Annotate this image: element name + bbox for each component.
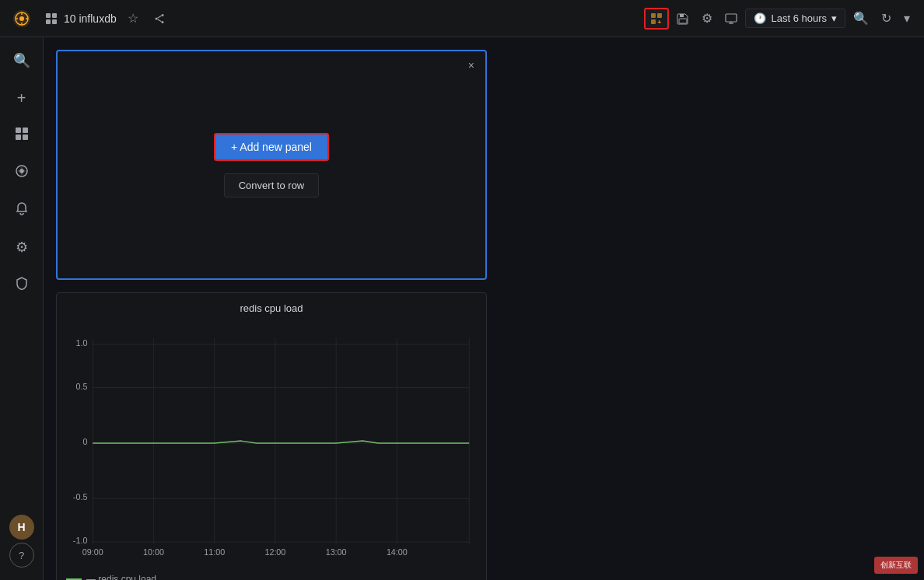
svg-rect-18 [651,19,656,24]
legend-label: — redis cpu load [86,574,156,580]
grafana-logo[interactable] [9,6,34,31]
gear-icon: ⚙ [16,239,28,256]
svg-rect-22 [726,14,737,22]
svg-rect-7 [46,13,51,18]
sidebar-item-create[interactable]: + [5,81,39,115]
sidebar-item-dashboards[interactable] [5,118,39,152]
svg-point-2 [19,16,24,21]
svg-rect-28 [23,135,28,140]
sidebar-item-search[interactable]: 🔍 [5,44,39,78]
shield-icon [15,276,29,294]
svg-point-12 [155,17,157,19]
dashboard-name: 10 influxdb [64,12,117,25]
close-panel-button[interactable]: × [464,58,479,73]
dashboard-grid-icon [45,12,58,25]
explore-icon [15,164,29,182]
dashboard-area: × + Add new panel Convert to row redis c… [44,37,924,580]
dashboard-title-area: 10 influxdb ☆ [45,8,638,29]
chart-container: 1.0 0.5 0 -0.5 -1.0 [66,320,477,569]
convert-to-row-button[interactable]: Convert to row [224,173,320,197]
svg-text:11:00: 11:00 [204,547,225,557]
settings-button[interactable]: ⚙ [697,8,717,29]
sidebar-bottom: H ? [9,515,34,574]
svg-text:10:00: 10:00 [143,547,164,557]
sidebar-item-alerting[interactable] [5,193,39,227]
dashboards-icon [15,127,29,145]
chart-legend: — redis cpu load [66,569,477,580]
sidebar-item-shield[interactable] [5,267,39,302]
svg-point-11 [161,14,163,16]
svg-text:0: 0 [82,437,87,446]
svg-rect-10 [52,19,57,24]
svg-text:12:00: 12:00 [264,547,285,557]
tv-mode-button[interactable] [720,9,742,28]
svg-text:0.5: 0.5 [75,382,87,391]
svg-rect-20 [680,14,684,17]
svg-line-14 [157,16,161,18]
main-layout: 🔍 + [0,37,924,580]
sidebar-item-explore[interactable] [5,155,39,190]
svg-rect-16 [651,13,656,18]
sidebar: 🔍 + [0,37,44,580]
bell-icon [15,201,29,219]
topbar: 10 influxdb ☆ + [0,0,924,37]
help-icon: ? [19,550,24,561]
svg-line-15 [157,19,161,21]
svg-text:+: + [658,19,662,25]
svg-rect-26 [23,128,28,133]
avatar[interactable]: H [9,515,34,540]
svg-rect-8 [52,13,57,18]
add-new-panel-button[interactable]: + Add new panel [214,133,329,161]
more-options-button[interactable]: ▾ [899,8,915,29]
svg-rect-17 [657,13,662,18]
zoom-out-button[interactable]: 🔍 [849,8,873,29]
watermark: 创新互联 [874,557,918,574]
time-range-picker[interactable]: 🕐 Last 6 hours ▾ [745,9,845,28]
plus-icon: + [17,89,26,107]
sidebar-item-configuration[interactable]: ⚙ [5,230,39,264]
svg-rect-27 [16,135,21,140]
save-dashboard-button[interactable] [672,9,694,28]
svg-text:1.0: 1.0 [75,338,87,348]
svg-rect-9 [46,19,51,24]
refresh-button[interactable]: ↻ [877,8,896,29]
svg-rect-25 [16,128,21,133]
chevron-down-icon: ▾ [831,12,837,24]
add-panel-button[interactable]: + [644,8,669,30]
search-icon: 🔍 [13,52,30,69]
chart-title: redis cpu load [66,302,477,314]
svg-text:-0.5: -0.5 [73,492,88,501]
topbar-right-controls: + ⚙ 🕐 Last 6 hours ▾ 🔍 ↻ ▾ [644,8,915,30]
svg-point-13 [161,21,163,23]
new-panel-card: × + Add new panel Convert to row [56,50,487,280]
clock-icon: 🕐 [754,12,766,24]
share-button[interactable] [149,10,170,27]
svg-point-31 [20,169,23,173]
svg-text:09:00: 09:00 [82,547,103,557]
svg-text:-1.0: -1.0 [73,536,88,545]
star-button[interactable]: ☆ [123,8,143,29]
chart-panel: redis cpu load 1.0 0.5 0 -0.5 -1.0 [56,292,487,580]
chart-svg: 1.0 0.5 0 -0.5 -1.0 [66,320,477,569]
svg-rect-21 [679,19,687,23]
svg-text:14:00: 14:00 [387,547,408,557]
time-range-label: Last 6 hours [771,12,827,24]
sidebar-item-help[interactable]: ? [9,543,34,568]
svg-text:13:00: 13:00 [326,547,347,557]
